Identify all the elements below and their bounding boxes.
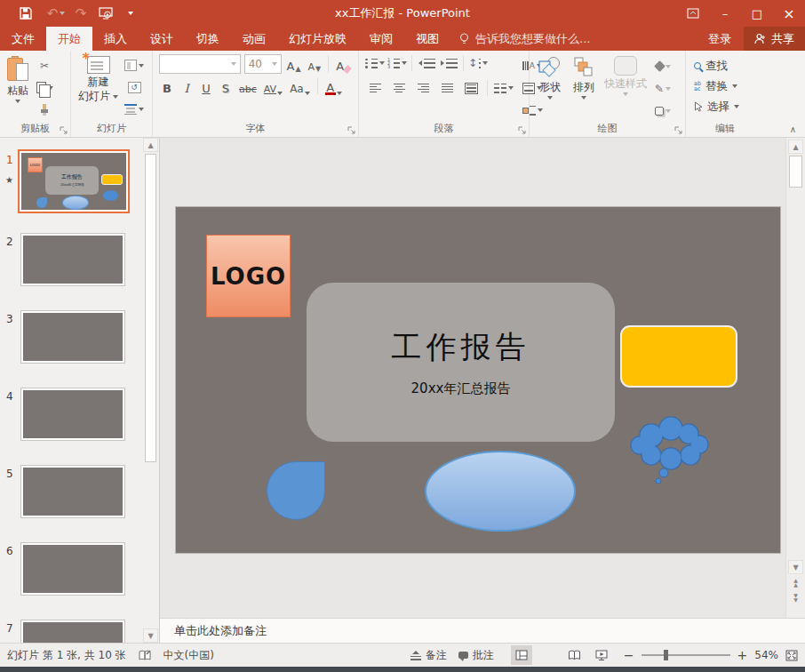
share-button[interactable]: 共享: [744, 27, 805, 51]
scroll-up-icon[interactable]: ▲: [788, 140, 803, 154]
tab-animations[interactable]: 动画: [231, 27, 277, 51]
slide-counter[interactable]: 幻灯片 第 1 张, 共 10 张: [7, 648, 126, 663]
notes-panel[interactable]: 单击此处添加备注: [160, 618, 805, 643]
change-case-button[interactable]: Aa: [288, 77, 312, 95]
slide-thumbnail-5[interactable]: [21, 466, 124, 517]
tab-review[interactable]: 审阅: [358, 27, 404, 51]
zoom-slider[interactable]: [642, 654, 730, 656]
bullets-button[interactable]: [365, 54, 385, 72]
teardrop-shape[interactable]: [267, 461, 325, 520]
drawing-dialog-launcher[interactable]: [674, 126, 682, 134]
font-color-button[interactable]: A: [323, 77, 344, 95]
ribbon-display-options-button[interactable]: [677, 0, 709, 27]
sign-in-button[interactable]: 登录: [696, 27, 744, 51]
tab-file[interactable]: 文件: [0, 27, 46, 51]
grow-font-button[interactable]: A▲: [285, 55, 303, 73]
cloud-shape[interactable]: [625, 416, 721, 485]
italic-button[interactable]: I: [179, 77, 195, 95]
start-from-beginning-button[interactable]: [91, 0, 121, 27]
slide-thumbnail-6[interactable]: [21, 543, 124, 595]
redo-button[interactable]: ↷: [71, 0, 91, 27]
text-shadow-button[interactable]: S: [218, 77, 234, 95]
align-right-button[interactable]: [413, 79, 433, 97]
ellipse-shape[interactable]: [425, 451, 576, 532]
arrange-button[interactable]: 排列: [568, 54, 600, 121]
decrease-indent-button[interactable]: [417, 54, 436, 72]
align-center-button[interactable]: [389, 79, 409, 97]
align-left-button[interactable]: [365, 79, 385, 97]
shrink-font-button[interactable]: A▼: [307, 55, 323, 73]
shape-fill-button[interactable]: [653, 59, 673, 74]
next-slide-button[interactable]: ▼▼: [788, 591, 803, 604]
character-spacing-button[interactable]: AV: [262, 77, 284, 95]
title-box-shape[interactable]: 工作报告 20xx年汇总报告: [307, 283, 615, 442]
customize-qat-button[interactable]: [121, 0, 140, 27]
scroll-down-icon[interactable]: ▼: [143, 628, 158, 643]
reset-slide-button[interactable]: ↺: [124, 79, 144, 97]
paste-button[interactable]: 粘贴: [3, 54, 33, 121]
scrollbar-thumb[interactable]: [789, 156, 802, 188]
new-slide-button[interactable]: * 新建 幻灯片: [74, 54, 123, 121]
logo-shape[interactable]: LOGO: [206, 235, 291, 317]
clipboard-dialog-launcher[interactable]: [60, 126, 68, 134]
font-dialog-launcher[interactable]: [347, 126, 355, 134]
thumbnail-scrollbar[interactable]: ▲ ▼: [143, 138, 158, 643]
tab-home[interactable]: 开始: [46, 27, 92, 51]
undo-button[interactable]: ↶: [41, 0, 71, 27]
underline-button[interactable]: U: [198, 77, 214, 95]
notes-toggle-button[interactable]: 备注: [410, 648, 447, 663]
slide-thumbnail-3[interactable]: [21, 311, 124, 363]
format-painter-button[interactable]: [35, 100, 54, 118]
comments-toggle-button[interactable]: 批注: [458, 648, 494, 663]
normal-view-button[interactable]: [511, 645, 532, 665]
close-button[interactable]: ×: [773, 0, 805, 27]
slide-thumbnail-7[interactable]: [21, 620, 124, 643]
paragraph-dialog-launcher[interactable]: [518, 126, 526, 134]
zoom-in-button[interactable]: +: [737, 648, 748, 662]
tab-transitions[interactable]: 切换: [185, 27, 231, 51]
slide-layout-button[interactable]: [124, 57, 144, 75]
tell-me-box[interactable]: 告诉我您想要做什么...: [450, 27, 599, 51]
minimize-button[interactable]: –: [709, 0, 741, 27]
font-name-combo[interactable]: [159, 54, 241, 74]
fit-to-window-icon[interactable]: [785, 650, 798, 661]
language-indicator[interactable]: 中文(中国): [163, 648, 214, 663]
zoom-slider-thumb[interactable]: [664, 650, 668, 660]
increase-indent-button[interactable]: [439, 54, 458, 72]
previous-slide-button[interactable]: ▲▲: [788, 576, 803, 588]
save-button[interactable]: [11, 0, 41, 27]
tab-slideshow[interactable]: 幻灯片放映: [277, 27, 358, 51]
line-spacing-button[interactable]: ↕: [468, 54, 488, 72]
scroll-down-icon[interactable]: ▼: [788, 560, 803, 574]
distributed-button[interactable]: [461, 79, 481, 97]
cut-button[interactable]: ✂: [35, 57, 54, 75]
slide-sorter-view-button[interactable]: [538, 645, 559, 665]
vertical-scrollbar[interactable]: ▲ ▼ ▲▲ ▼▼: [785, 138, 805, 618]
yellow-rounded-rectangle-shape[interactable]: [620, 325, 737, 388]
shapes-button[interactable]: 形状: [532, 54, 568, 121]
maximize-button[interactable]: □: [741, 0, 773, 27]
clear-formatting-button[interactable]: A: [334, 55, 352, 73]
slide-thumbnail-4[interactable]: [21, 388, 124, 440]
justify-button[interactable]: [437, 79, 457, 97]
slide-canvas[interactable]: LOGO 工作报告 20xx年汇总报告: [176, 207, 780, 553]
section-button[interactable]: [124, 100, 144, 118]
copy-button[interactable]: [35, 79, 54, 97]
scroll-up-icon[interactable]: ▲: [143, 138, 158, 152]
slide-thumbnail-1[interactable]: LOGO 工作报告 20xx年汇总报告: [18, 149, 130, 213]
select-button[interactable]: 选择: [689, 97, 761, 116]
numbering-button[interactable]: 123: [387, 54, 407, 72]
font-size-combo[interactable]: 40: [244, 54, 282, 74]
shape-outline-button[interactable]: ✎: [653, 81, 673, 96]
strikethrough-button[interactable]: abc: [237, 77, 259, 95]
spell-check-icon[interactable]: [139, 650, 151, 661]
zoom-level[interactable]: 54%: [754, 649, 778, 661]
slide-thumbnail-2[interactable]: [21, 234, 124, 285]
columns-button[interactable]: [494, 79, 514, 97]
reading-view-button[interactable]: [564, 645, 586, 665]
zoom-out-button[interactable]: −: [624, 648, 634, 662]
tab-view[interactable]: 视图: [404, 27, 450, 51]
tab-design[interactable]: 设计: [139, 27, 185, 51]
find-button[interactable]: 查找: [689, 56, 761, 76]
collapse-ribbon-button[interactable]: ∧: [790, 124, 796, 134]
